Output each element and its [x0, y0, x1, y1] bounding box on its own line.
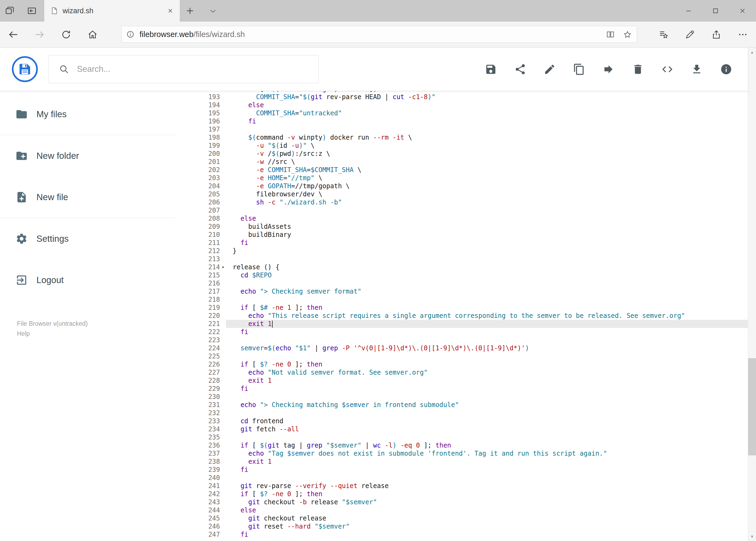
code-line[interactable]: 223	[175, 336, 748, 344]
page-scrollbar[interactable]: ▲ ▼	[748, 48, 756, 541]
maximize-button[interactable]	[702, 0, 729, 22]
code-line[interactable]: 206 sh -c "./wizard.sh -b"	[175, 198, 748, 206]
code-line[interactable]: 220 echo "This release script requires a…	[175, 312, 748, 320]
code-line[interactable]: 227 echo "Not valid semver format. See s…	[175, 368, 748, 376]
scrollbar-up-arrow[interactable]: ▲	[748, 48, 756, 57]
code-line[interactable]: 197	[175, 125, 748, 134]
code-line[interactable]: 217 echo "> Checking semver format"	[175, 287, 748, 295]
tab-preview-chevron-icon[interactable]	[208, 6, 217, 16]
sidebar-item-settings[interactable]: Settings	[0, 218, 175, 259]
browser-tab[interactable]: wizard.sh	[44, 0, 180, 22]
reading-view-icon[interactable]	[606, 30, 615, 39]
more-icon[interactable]	[730, 29, 756, 40]
code-line[interactable]: 193 COMMIT_SHA="$(git rev-parse HEAD | c…	[175, 93, 748, 101]
page-info-icon[interactable]	[126, 30, 135, 39]
code-icon[interactable]	[661, 63, 673, 75]
info-icon[interactable]	[720, 63, 732, 75]
close-button[interactable]	[729, 0, 756, 22]
code-line[interactable]: 194 else	[175, 101, 748, 109]
forward-icon[interactable]	[26, 29, 53, 40]
code-line[interactable]: 210 buildBinary	[175, 231, 748, 239]
code-line[interactable]: 238 exit 1	[175, 457, 748, 466]
back-icon[interactable]	[0, 29, 26, 40]
code-line[interactable]: 244 else	[175, 506, 748, 514]
code-line[interactable]: 213	[175, 255, 748, 263]
code-line[interactable]: 219 if [ $# -ne 1 ]; then	[175, 303, 748, 312]
search-box[interactable]	[49, 55, 319, 83]
code-line[interactable]: 234 git fetch --all	[175, 425, 748, 433]
home-icon[interactable]	[79, 29, 106, 40]
code-line[interactable]: 214▾release () {	[175, 263, 748, 271]
code-line[interactable]: 226 if [ $? -ne 0 ]; then	[175, 360, 748, 368]
copy-icon[interactable]	[573, 63, 585, 75]
code-line[interactable]: 192 if [ "$(command -v git)" != "" ]; th…	[175, 91, 748, 93]
code-line[interactable]: 200 -v /$(pwd):/src:z \	[175, 150, 748, 158]
help-link[interactable]: Help	[17, 329, 88, 339]
sidebar-item-my-files[interactable]: My files	[0, 94, 175, 135]
filebrowser-logo[interactable]	[12, 56, 38, 82]
search-input[interactable]	[76, 64, 318, 74]
code-editor[interactable]: 192 if [ "$(command -v git)" != "" ]; th…	[175, 91, 748, 541]
code-line[interactable]: 239 fi	[175, 466, 748, 474]
code-line[interactable]: 198 $(command -v winpty) docker run --rm…	[175, 134, 748, 142]
sidebar-item-new-file[interactable]: New file	[0, 176, 175, 218]
download-icon[interactable]	[691, 63, 703, 75]
code-line[interactable]: 204 -e GOPATH=//tmp/gopath \	[175, 182, 748, 190]
code-line[interactable]: 233 cd frontend	[175, 417, 748, 425]
code-line[interactable]: 212}	[175, 247, 748, 255]
address-bar[interactable]: filebrowser.web/files/wizard.sh	[122, 26, 637, 43]
code-line[interactable]: 216	[175, 279, 748, 287]
code-line[interactable]: 228 exit 1	[175, 376, 748, 385]
code-line[interactable]: 246 git reset --hard "$semver"	[175, 522, 748, 530]
code-line[interactable]: 211 fi	[175, 239, 748, 247]
code-line[interactable]: 222 fi	[175, 328, 748, 336]
code-line[interactable]: 205 filebrowser/dev \	[175, 190, 748, 198]
code-line[interactable]: 240	[175, 474, 748, 482]
edit-icon[interactable]	[544, 63, 556, 75]
set-tabs-aside-icon[interactable]	[27, 6, 37, 16]
code-line[interactable]: 201 -w //src \	[175, 158, 748, 166]
code-line[interactable]: 195 COMMIT_SHA="untracked"	[175, 109, 748, 117]
move-icon[interactable]	[603, 63, 615, 75]
favorite-star-icon[interactable]	[623, 30, 632, 39]
code-line[interactable]: 235	[175, 433, 748, 441]
scrollbar-thumb[interactable]	[748, 358, 756, 455]
sidebar-item-logout[interactable]: Logout	[0, 259, 175, 300]
code-line[interactable]: 196 fi	[175, 117, 748, 125]
code-line[interactable]: 203 -e HOME="//tmp" \	[175, 174, 748, 182]
code-line[interactable]: 245 git checkout release	[175, 514, 748, 522]
code-line[interactable]: 221 exit 1	[175, 320, 748, 328]
tab-close-icon[interactable]	[167, 7, 174, 14]
code-line[interactable]: 232	[175, 409, 748, 417]
code-line[interactable]: 224 semver=$(echo "$1" | grep -P '^v(0|[…	[175, 344, 748, 352]
code-line[interactable]: 207	[175, 206, 748, 215]
code-line[interactable]: 215 cd $REPO	[175, 271, 748, 279]
code-line[interactable]: 209 buildAssets	[175, 223, 748, 231]
tabs-set-aside-icon[interactable]	[5, 6, 15, 16]
code-line[interactable]: 247 fi	[175, 530, 748, 539]
refresh-icon[interactable]	[53, 29, 79, 40]
code-line[interactable]: 229 fi	[175, 385, 748, 393]
scrollbar-down-arrow[interactable]: ▼	[748, 532, 756, 541]
code-line[interactable]: 202 -e COMMIT_SHA=$COMMIT_SHA \	[175, 166, 748, 174]
url-text[interactable]: filebrowser.web/files/wizard.sh	[139, 30, 606, 39]
share-page-icon[interactable]	[703, 29, 730, 40]
web-note-icon[interactable]	[677, 29, 703, 40]
minimize-button[interactable]	[675, 0, 702, 22]
code-line[interactable]: 241 git rev-parse --verify --quiet relea…	[175, 482, 748, 490]
save-icon[interactable]	[485, 63, 497, 75]
code-line[interactable]: 231 echo "> Checking matching $semver in…	[175, 401, 748, 409]
new-tab-button[interactable]	[185, 6, 195, 16]
fold-marker-icon[interactable]: ▾	[220, 263, 226, 271]
code-line[interactable]: 236 if [ $(git tag | grep "$semver" | wc…	[175, 441, 748, 449]
code-line[interactable]: 237 echo "Tag $semver does not exist in …	[175, 449, 748, 457]
code-line[interactable]: 243 git checkout -b release "$semver"	[175, 498, 748, 506]
code-line[interactable]: 225	[175, 352, 748, 360]
code-line[interactable]: 218	[175, 295, 748, 303]
delete-icon[interactable]	[632, 63, 644, 75]
share-icon[interactable]	[514, 63, 526, 75]
sidebar-item-new-folder[interactable]: New folder	[0, 135, 175, 176]
code-line[interactable]: 242 if [ $? -ne 0 ]; then	[175, 490, 748, 498]
hub-icon[interactable]	[650, 29, 677, 40]
code-line[interactable]: 230	[175, 393, 748, 401]
